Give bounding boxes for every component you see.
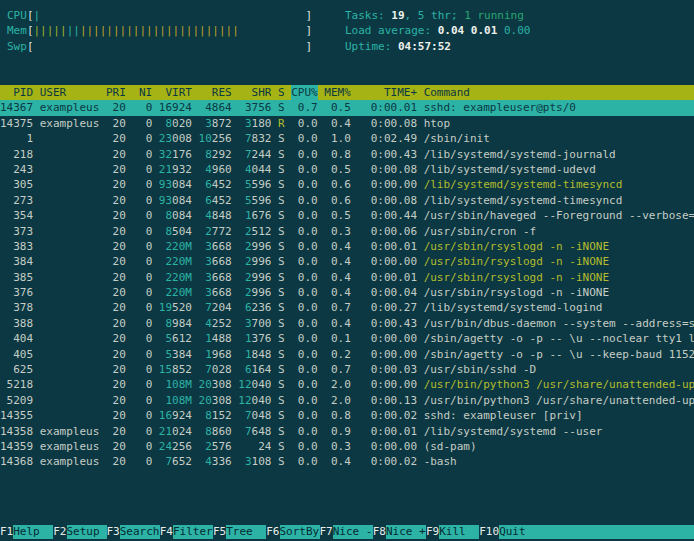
- mem-value-tail: 852: [172, 363, 192, 376]
- cell-virt: 220M: [159, 285, 192, 300]
- column-header-res[interactable]: RES: [199, 85, 232, 100]
- uptime-line-part: 04:57:52: [398, 40, 451, 53]
- cell-user: [40, 131, 100, 146]
- mem-value-tail: 996: [252, 240, 272, 253]
- cell-user: [40, 331, 100, 346]
- fkey-f5[interactable]: F5Tree: [213, 525, 266, 539]
- column-header-shr[interactable]: SHR: [238, 85, 271, 100]
- process-row[interactable]: 5218200108M2030812040S0.02.00:00.00/usr/…: [0, 377, 694, 392]
- cell-pid: 5209: [0, 393, 33, 408]
- column-header-command[interactable]: Command: [424, 85, 694, 100]
- spacer: [7, 54, 694, 85]
- fkey-f2[interactable]: F2Setup: [53, 525, 106, 539]
- process-row[interactable]: 5209200108M2030812040S0.02.00:00.13/usr/…: [0, 393, 694, 408]
- process-row[interactable]: 6252001585270286164S0.00.70:00.03/usr/sb…: [0, 362, 694, 377]
- process-row[interactable]: 14367exampleus2001692448643756S0.70.50:0…: [0, 100, 694, 115]
- cell-shr: 6164: [238, 362, 271, 377]
- process-row[interactable]: 383200220M36682996S0.00.40:00.01/usr/sbi…: [0, 239, 694, 254]
- process-row[interactable]: 405200538419681848S0.00.20:00.00/sbin/ag…: [0, 347, 694, 362]
- process-row[interactable]: 3052009308464525596S0.00.60:00.00/lib/sy…: [0, 177, 694, 192]
- process-row[interactable]: 14368exampleus200765243363108S0.00.40:00…: [0, 454, 694, 469]
- process-row[interactable]: 14358exampleus2002102488607648S0.00.90:0…: [0, 424, 694, 439]
- cell-virt: 32176: [159, 147, 192, 162]
- fkey-label: Setup: [67, 525, 107, 539]
- cell-cpu: 0.0: [291, 362, 317, 377]
- process-row[interactable]: 2182003217682927244S0.00.80:00.43/lib/sy…: [0, 147, 694, 162]
- cell-user: exampleus: [40, 100, 100, 115]
- fkey-f1[interactable]: F1Help: [0, 525, 53, 539]
- mem-value-head: 6: [245, 301, 252, 314]
- cell-mem: 0.4: [324, 285, 350, 300]
- fkey-f8[interactable]: F8Nice +: [373, 525, 426, 539]
- process-row[interactable]: 14359exampleus20024256257624S0.00.30:00.…: [0, 439, 694, 454]
- process-row[interactable]: 14375exampleus200802038723180R0.00.40:00…: [0, 116, 694, 131]
- cell-s: S: [278, 300, 285, 315]
- process-row[interactable]: 376200220M36682996S0.00.40:00.04/usr/sbi…: [0, 285, 694, 300]
- process-row[interactable]: 373200850427722512S0.00.30:00.06/usr/sbi…: [0, 224, 694, 239]
- cell-mem: 0.6: [324, 193, 350, 208]
- cell-mem: 0.3: [324, 224, 350, 239]
- process-row[interactable]: 3782001952072046236S0.00.70:00.27/lib/sy…: [0, 300, 694, 315]
- process-row[interactable]: 2432002193249604044S0.00.50:00.08/lib/sy…: [0, 162, 694, 177]
- cell-shr: 7648: [238, 424, 271, 439]
- tasks-line: Tasks: 19, 5 thr; 1 running: [345, 8, 530, 23]
- fkey-f9[interactable]: F9Kill: [426, 525, 479, 539]
- fkey-f3[interactable]: F3Search: [107, 525, 160, 539]
- mem-value-tail: 180: [252, 117, 272, 130]
- mem-value-head: 21: [159, 425, 172, 438]
- cell-s: S: [278, 239, 285, 254]
- process-row[interactable]: 404200561214881376S0.00.10:00.00/sbin/ag…: [0, 331, 694, 346]
- cell-user: [40, 208, 100, 223]
- cell-user: [40, 254, 100, 269]
- process-row[interactable]: 120023008102567832S0.01.00:02.49/sbin/in…: [0, 131, 694, 146]
- mem-value-tail: 668: [212, 255, 232, 268]
- fkey-f7[interactable]: F7Nice -: [320, 525, 373, 539]
- mem-value-head: 2: [245, 286, 252, 299]
- cell-shr: 12040: [238, 377, 271, 392]
- column-header-user[interactable]: USER: [40, 85, 100, 100]
- cell-res: 20308: [199, 393, 232, 408]
- cell-virt: 21932: [159, 162, 192, 177]
- column-header-pri[interactable]: PRI: [106, 85, 126, 100]
- cell-command: /usr/sbin/rsyslogd -n -iNONE: [424, 270, 694, 285]
- cell-time: 0:00.13: [357, 393, 417, 408]
- process-row[interactable]: 143552001692481527048S0.00.80:00.02sshd:…: [0, 408, 694, 423]
- process-row[interactable]: 384200220M36682996S0.00.40:00.00/usr/sbi…: [0, 254, 694, 269]
- meter-bracket-close: ]: [306, 9, 313, 22]
- meter-bar-segment: |||||: [34, 24, 67, 37]
- process-row[interactable]: 385200220M36682996S0.00.40:00.01/usr/sbi…: [0, 270, 694, 285]
- mem-value-tail: 084: [172, 209, 192, 222]
- cell-ni: 0: [132, 347, 152, 362]
- mem-value-head: 1: [245, 209, 252, 222]
- column-header-ni[interactable]: NI: [132, 85, 152, 100]
- cell-pid: 14355: [0, 408, 33, 423]
- cell-res: 4336: [199, 454, 232, 469]
- cell-pri: 20: [106, 131, 126, 146]
- mem-value-mb: 220M: [165, 286, 192, 299]
- fkey-f4[interactable]: F4Filter: [160, 525, 213, 539]
- column-header-time[interactable]: TIME+: [357, 85, 417, 100]
- column-header-s[interactable]: S: [278, 85, 285, 100]
- mem-value-head: 4: [205, 455, 212, 468]
- cell-res: 7204: [199, 300, 232, 315]
- column-header-cpu[interactable]: CPU%: [291, 85, 317, 100]
- fkey-f10[interactable]: F10Quit: [479, 525, 539, 539]
- mem-value-head: 10: [199, 132, 212, 145]
- process-row[interactable]: 2732009308464525596S0.00.60:00.08/lib/sy…: [0, 193, 694, 208]
- cell-user: exampleus: [40, 116, 100, 131]
- column-header-pid[interactable]: PID: [0, 85, 33, 100]
- cpu-meter-bar: |: [34, 8, 306, 23]
- mem-value-head: 19: [159, 301, 172, 314]
- cell-command: /usr/sbin/rsyslogd -n -iNONE: [424, 285, 694, 300]
- cell-mem: 0.3: [324, 439, 350, 454]
- meter-bar-segment: |: [34, 9, 41, 22]
- column-header-virt[interactable]: VIRT: [159, 85, 192, 100]
- mem-value-tail: 488: [212, 332, 232, 345]
- column-header-mem[interactable]: MEM%: [324, 85, 350, 100]
- cell-pri: 20: [106, 377, 126, 392]
- fkey-f6[interactable]: F6SortBy: [266, 525, 319, 539]
- process-row[interactable]: 354200808448481676S0.00.50:00.44/usr/sbi…: [0, 208, 694, 223]
- cell-res: 3668: [199, 254, 232, 269]
- cell-s: S: [278, 347, 285, 362]
- process-row[interactable]: 388200898442523700S0.00.40:00.43/usr/bin…: [0, 316, 694, 331]
